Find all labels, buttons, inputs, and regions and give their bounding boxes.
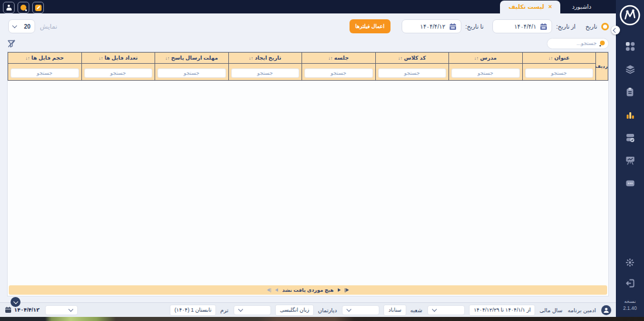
column-search-input[interactable] <box>304 68 373 78</box>
sidebar-menu <box>623 39 637 190</box>
search-icon <box>599 40 605 47</box>
person-icon <box>603 307 609 313</box>
sort-icon[interactable]: ↑↓ <box>249 56 254 61</box>
column-session[interactable]: جلسه ↑↓ <box>302 53 376 64</box>
logout-button[interactable] <box>623 277 637 291</box>
department-select[interactable] <box>234 305 271 315</box>
column-title[interactable]: عنوان ↑↓ <box>522 53 596 64</box>
global-search[interactable] <box>547 38 609 49</box>
user-avatar[interactable] <box>601 305 611 315</box>
date-filter-toggle[interactable] <box>601 23 609 30</box>
logout-icon <box>625 278 635 288</box>
term-label: ترم <box>220 307 228 313</box>
collapse-sidebar-button[interactable] <box>611 26 620 34</box>
last-page-button[interactable] <box>267 288 272 292</box>
column-search-input[interactable] <box>525 68 594 78</box>
desktop-background-strip <box>0 317 644 321</box>
sort-icon[interactable]: ↑↓ <box>549 56 553 61</box>
gear-icon <box>625 258 635 267</box>
calendar-icon <box>540 23 547 30</box>
today-date: ۱۴۰۴/۴/۱۲ <box>14 307 39 313</box>
sidebar-item-more[interactable] <box>623 176 637 190</box>
app-window: { "colors": { "navy": "#1d2a4b", "topbar… <box>0 0 644 321</box>
sort-icon[interactable]: ↑↓ <box>328 56 333 61</box>
filter-cell-reply-deadline <box>155 64 229 81</box>
branch-select[interactable] <box>342 305 379 315</box>
column-search-input[interactable] <box>157 68 226 78</box>
sort-icon[interactable]: ↑↓ <box>474 56 479 61</box>
sort-icon[interactable]: ↑↓ <box>165 56 170 61</box>
sort-icon[interactable]: ↑↓ <box>26 56 30 61</box>
calendar-icon <box>449 23 457 30</box>
column-instructor[interactable]: مدرس ↑↓ <box>449 53 523 64</box>
column-search-input[interactable] <box>451 68 520 78</box>
to-date-value: ۱۴۰۴/۴/۱۲ <box>420 23 446 30</box>
column-file-count[interactable]: تعداد فایل ها ↑↓ <box>81 53 155 64</box>
from-date-input[interactable]: ۱۴۰۴/۴/۱ <box>492 19 552 33</box>
page-size-select[interactable]: 20 <box>8 19 35 33</box>
bar-chart-icon <box>625 110 635 120</box>
tab-dashboard[interactable]: داشبورد <box>565 1 598 13</box>
filter-cell-title <box>522 64 596 81</box>
sort-icon[interactable]: ↑↓ <box>98 56 103 61</box>
version-label: نسخه <box>623 298 637 305</box>
prev-page-button[interactable] <box>338 288 341 292</box>
chevron-left-icon <box>612 27 617 32</box>
title-bar: داشبورد × لیست تکلیف <box>0 0 616 13</box>
empty-state-message: هیچ موردی یافت نشد <box>282 287 334 293</box>
collapse-statusbar-button[interactable] <box>11 297 20 307</box>
department-label: دپارتمان <box>318 307 337 313</box>
column-search-input[interactable] <box>378 68 447 78</box>
sidebar-item-dashboard[interactable] <box>623 39 637 53</box>
user-button[interactable] <box>3 2 15 13</box>
presentation-chart-icon <box>625 156 635 165</box>
filter-cell-session <box>302 64 376 81</box>
sort-icon[interactable]: ↑↓ <box>398 56 403 61</box>
clear-filters-icon[interactable] <box>7 39 16 48</box>
user-icon <box>6 5 12 11</box>
sidebar-item-finance[interactable] <box>623 130 637 144</box>
chevron-down-icon <box>432 307 437 312</box>
filter-cell-instructor <box>449 64 523 81</box>
column-class-code[interactable]: کد کلاس ↑↓ <box>375 53 449 64</box>
notifications-button[interactable] <box>18 2 29 13</box>
term-value: تابستان 1 (۱۴۰۴) <box>170 305 216 316</box>
calendar-icon <box>5 306 12 313</box>
term-select[interactable] <box>45 305 78 315</box>
column-search-input[interactable] <box>84 68 153 78</box>
to-date-input[interactable]: ۱۴۰۴/۴/۱۲ <box>402 19 461 33</box>
sidebar-item-presentation[interactable] <box>623 153 637 167</box>
fiscal-year-value: از ۱۴۰۴/۱/۱ تا ۱۴۰۴/۱۲/۲۹ <box>469 305 535 316</box>
sidebar-item-layers[interactable] <box>623 62 637 76</box>
filter-toolbar: تاریخ از تاریخ: ۱۴۰۴/۴/۱ تا تاریخ: <box>7 19 609 34</box>
filter-cell-class-code <box>375 64 449 81</box>
sidebar-item-reports-active[interactable] <box>623 108 637 122</box>
chevron-down-icon <box>238 307 243 312</box>
tab-assignments-list[interactable]: × لیست تکلیف <box>500 1 560 13</box>
next-page-button[interactable] <box>275 288 278 292</box>
main-content: تاریخ از تاریخ: ۱۴۰۴/۴/۱ تا تاریخ: <box>0 13 616 317</box>
column-search-input[interactable] <box>231 68 300 78</box>
column-reply-deadline[interactable]: مهلت ارسال پاسخ ↑↓ <box>155 53 229 64</box>
fiscal-year-select[interactable] <box>427 305 465 315</box>
term-group: ترم تابستان 1 (۱۴۰۴) <box>170 305 228 316</box>
settings-button[interactable] <box>623 256 637 270</box>
fiscal-year-group: سال مالی از ۱۴۰۴/۱/۱ تا ۱۴۰۴/۱۲/۲۹ <box>427 305 563 316</box>
department-value: زبان انگلیسی <box>275 305 314 316</box>
column-file-size[interactable]: حجم فایل ها ↑↓ <box>8 53 82 64</box>
app-logo-icon <box>619 4 641 26</box>
filter-cell-created-date <box>228 64 302 81</box>
assignments-table: ردیف عنوان ↑↓ مدرس ↑↓ کد کلاس ↑↓ جلسه ↑↓… <box>8 52 608 81</box>
branch-value: سناباد <box>383 305 406 316</box>
branch-group: شعبه سناباد <box>342 305 422 316</box>
first-page-button[interactable] <box>345 288 350 292</box>
apply-filters-button[interactable]: اعمال فیلترها <box>350 19 390 33</box>
column-search-input[interactable] <box>11 68 79 78</box>
close-tab-icon[interactable]: × <box>548 4 551 10</box>
column-created-date[interactable]: تاریخ ایجاد ↑↓ <box>228 53 302 64</box>
sidebar-item-tasks[interactable] <box>623 85 637 99</box>
clipboard-icon <box>625 87 635 97</box>
edit-button[interactable] <box>32 2 44 13</box>
page-size-label: نمایش <box>40 23 57 30</box>
search-input[interactable] <box>550 40 597 46</box>
